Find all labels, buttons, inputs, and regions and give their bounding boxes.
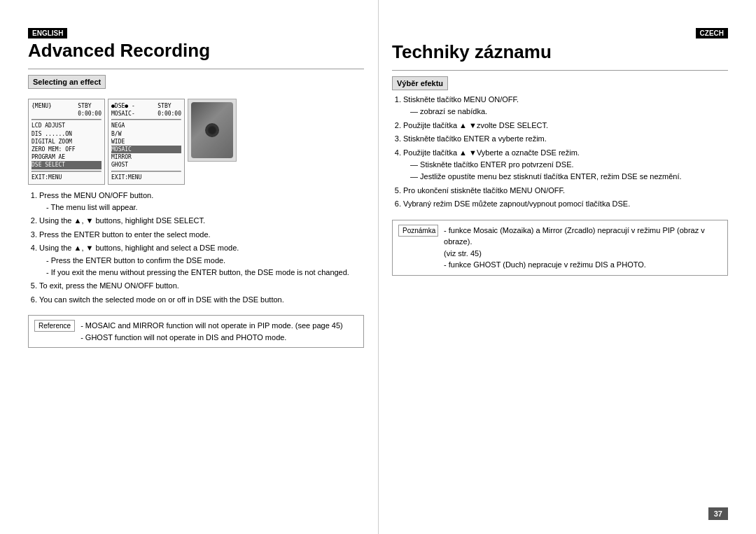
left-step-4-sub2: - If you exit the menu without pressing … — [39, 267, 364, 278]
page: ENGLISH Advanced Recording Selecting an … — [0, 0, 756, 534]
right-step-5: Pro ukončení stiskněte tlačítko MENU ON/… — [403, 185, 728, 196]
right-steps-list: Stiskněte tlačítko MENU ON/OFF. — zobraz… — [392, 94, 728, 210]
selecting-effect-header: Selecting an effect — [28, 75, 106, 89]
czech-badge-row: CZECH — [392, 28, 728, 40]
czech-badge: CZECH — [696, 28, 728, 38]
menu-sim-2: ●DSE● -MOSAIC-STBY0:00:00 NEGA B/W WIDE … — [108, 99, 185, 185]
right-step-4-sub1: — Stiskněte tlačítko ENTER pro potvrzení… — [403, 160, 728, 170]
right-section1: Výběr efektu Stiskněte tlačítko MENU ON/… — [392, 76, 728, 210]
left-step-4: Using the ▲, ▼ buttons, highlight and se… — [39, 243, 364, 278]
right-title: Techniky záznamu — [392, 41, 728, 63]
right-step-4: Použijte tlačítka ▲ ▼Vyberte a označte D… — [403, 148, 728, 183]
left-step-4-sub1: - Press the ENTER button to confirm the … — [39, 255, 364, 266]
left-title: Advanced Recording — [28, 40, 364, 62]
left-step-1-sub: - The menu list will appear. — [39, 202, 364, 213]
right-step-2: Použijte tlačítka ▲ ▼zvolte DSE SELECT. — [403, 120, 728, 131]
left-section1: Selecting an effect {MENU}STBY0:00:00 LC… — [28, 75, 364, 305]
left-steps-list: Press the MENU ON/OFF button. - The menu… — [28, 190, 364, 306]
right-column: CZECH Techniky záznamu Výběr efektu Stis… — [378, 21, 728, 513]
right-step-4-sub2: — Jestliže opustíte menu bez stisknutí t… — [403, 171, 728, 182]
left-step-2: Using the ▲, ▼ buttons, highlight DSE SE… — [39, 216, 364, 226]
camera-image — [188, 99, 237, 162]
right-step-6: Vybraný režim DSE můžete zapnout/vypnout… — [403, 199, 728, 209]
left-step-1: Press the MENU ON/OFF button. - The menu… — [39, 190, 364, 213]
english-badge: ENGLISH — [28, 28, 364, 40]
right-step-1-sub: — zobrazí se nabídka. — [403, 106, 728, 117]
menu-sim-1: {MENU}STBY0:00:00 LCD ADJUST DIS ......O… — [28, 99, 105, 185]
right-step-3: Stiskněte tlačítko ENTER a vyberte režim… — [403, 134, 728, 144]
left-column: ENGLISH Advanced Recording Selecting an … — [28, 21, 378, 513]
right-note-label: Poznámka — [398, 225, 438, 237]
left-note-label: Reference — [34, 320, 75, 332]
left-note-box: Reference - MOSAIC and MIRROR function w… — [28, 315, 364, 348]
left-note-text: - MOSAIC and MIRROR function will not op… — [80, 320, 343, 343]
left-step-5: To exit, press the MENU ON/OFF button. — [39, 281, 364, 291]
column-divider — [378, 0, 379, 534]
menu-container: {MENU}STBY0:00:00 LCD ADJUST DIS ......O… — [28, 99, 364, 185]
page-number: 37 — [708, 507, 728, 520]
right-step-1: Stiskněte tlačítko MENU ON/OFF. — zobraz… — [403, 94, 728, 118]
right-note-text: - funkce Mosaic (Mozaika) a Mirror (Zrca… — [444, 225, 722, 271]
right-note-box: Poznámka - funkce Mosaic (Mozaika) a Mir… — [392, 220, 728, 276]
left-step-3: Press the ENTER button to enter the sele… — [39, 230, 364, 240]
vybr-efektu-header: Výběr efektu — [392, 76, 448, 90]
left-step-6: You can switch the selected mode on or o… — [39, 295, 364, 305]
